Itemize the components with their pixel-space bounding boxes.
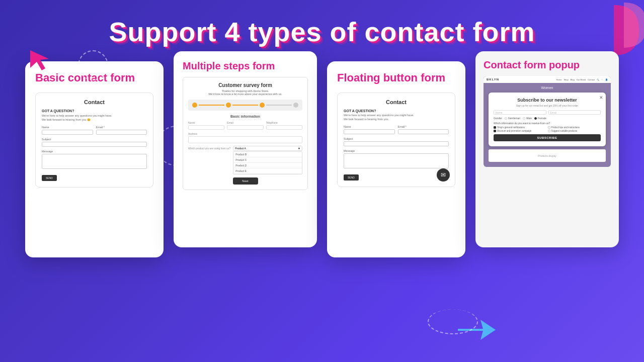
popup-radio-dot-female	[534, 117, 537, 120]
floating-subject-field: Subject	[344, 137, 449, 146]
nav-blog[interactable]: Blog	[571, 78, 575, 81]
popup-site-heading: Women	[487, 86, 608, 89]
floating-name-input[interactable]	[344, 129, 395, 134]
popup-gender-label: Gender	[494, 117, 502, 120]
basic-subject-input[interactable]	[42, 142, 147, 147]
floating-subject-label: Subject	[344, 137, 449, 140]
popup-radio-dot-gentleman	[505, 117, 507, 120]
popup-name-field: Name	[494, 110, 546, 115]
popup-nav-links: Home Shop Blog Our Brand Contact 🔍 ♡ 👤	[556, 78, 608, 81]
popup-modal-desc: Sign up for our email list and get 15% o…	[494, 104, 601, 107]
popup-radio-gentleman[interactable]: Gentleman	[505, 117, 520, 120]
basic-message-textarea[interactable]	[42, 154, 147, 169]
step-line-2	[232, 105, 258, 106]
step-4-dot	[293, 103, 298, 108]
survey-form-title: Customer survey form	[188, 82, 302, 88]
step-line-1	[199, 105, 224, 106]
popup-products-placeholder: Products display	[538, 154, 556, 157]
card-floating-title: Floating button form	[337, 71, 455, 84]
floating-email-label: Email *	[398, 125, 449, 128]
page-title-section: Support 4 types of contact form	[0, 0, 644, 47]
popup-checkbox-discount-label: Discount and promotion campaign	[497, 130, 531, 132]
survey-name-input[interactable]	[188, 125, 224, 130]
basic-email-field: Email *	[96, 126, 147, 135]
floating-form-preview: Contact GOT A QUESTION? We're here to he…	[337, 93, 455, 187]
nav-brand[interactable]: Our Brand	[577, 78, 586, 81]
popup-checkbox-product-tips[interactable]: Product tips and instructions	[548, 126, 601, 129]
basic-email-input[interactable]	[96, 130, 147, 135]
next-button[interactable]: Next	[233, 177, 258, 185]
floating-send-button[interactable]: SEND	[344, 174, 359, 180]
popup-close-button[interactable]: ✕	[599, 95, 603, 100]
popup-name-email-row: Name Email	[494, 110, 601, 115]
nav-wishlist-icon[interactable]: ♡	[601, 78, 603, 81]
survey-name-field: Name	[188, 121, 224, 130]
popup-checkbox-general-label: Shop's general notifications	[497, 126, 525, 129]
popup-checkbox-tips-box	[548, 126, 550, 129]
floating-message-textarea[interactable]	[344, 153, 449, 168]
popup-checkbox-suggest[interactable]: Suggest suitable products	[548, 130, 601, 132]
deco-circle-2	[156, 126, 196, 166]
nav-search-icon[interactable]: 🔍	[597, 78, 599, 81]
floating-section-desc: We're here to help answer any questions …	[344, 114, 449, 121]
product-c[interactable]: Product C	[233, 157, 302, 163]
survey-address-input[interactable]	[188, 136, 302, 143]
steps-progress-bar	[188, 100, 302, 111]
step-line-3	[266, 105, 292, 106]
basic-section-label: GOT A QUESTION?	[42, 109, 147, 113]
survey-address-field: Address	[188, 132, 302, 143]
popup-radio-female[interactable]: Female	[534, 117, 546, 120]
popup-site-products: Products display	[489, 149, 606, 162]
survey-form-desc: Thanks for shopping with Demo Store.We'd…	[188, 89, 302, 96]
popup-radio-dot-male	[523, 117, 525, 120]
nav-account-icon[interactable]: 👤	[605, 78, 608, 81]
basic-email-label: Email *	[96, 126, 147, 129]
survey-telephone-input[interactable]	[266, 125, 302, 130]
subscribe-button[interactable]: SUBSCRIBE	[494, 134, 601, 141]
popup-email-input[interactable]: Email	[548, 110, 601, 115]
survey-telephone-field: Telephone	[266, 121, 302, 130]
page-title: Support 4 types of contact form	[0, 16, 644, 47]
nav-shop[interactable]: Shop	[564, 78, 568, 81]
popup-checkbox-suggest-label: Suggest suitable products	[551, 130, 578, 132]
product-d[interactable]: Product D	[233, 163, 302, 168]
deco-circle-1	[78, 50, 108, 80]
step-3-dot	[260, 103, 265, 108]
deco-dashed-arc	[428, 309, 478, 334]
floating-message-field: Message	[344, 149, 449, 168]
popup-radio-female-label: Female	[538, 117, 546, 120]
svg-marker-0	[30, 50, 49, 70]
popup-radio-gentleman-label: Gentleman	[508, 117, 520, 120]
basic-contact-header: Contact	[42, 99, 147, 105]
popup-checkbox-grid: Shop's general notifications Product tip…	[494, 126, 601, 132]
product-list: Product B Product C Product D Product E	[233, 151, 302, 174]
floating-name-email-row: Name Email *	[344, 125, 449, 134]
product-selected: Product A	[235, 147, 246, 150]
nav-contact[interactable]: Contact	[588, 78, 595, 81]
product-e[interactable]: Product E	[233, 168, 302, 174]
popup-modal-title: Subscribe to our newsletter	[494, 98, 601, 103]
survey-email-field: Email	[227, 121, 263, 130]
product-dropdown[interactable]: Product A ▼	[233, 146, 302, 151]
survey-name-label: Name	[188, 121, 224, 124]
floating-subject-input[interactable]	[344, 141, 449, 146]
popup-website-nav: BKLYN Home Shop Blog Our Brand Contact 🔍…	[484, 76, 611, 83]
basic-form-preview: Contact GOT A QUESTION? We're here to he…	[35, 93, 153, 188]
floating-email-input[interactable]	[398, 129, 449, 134]
popup-checkbox-tips-label: Product tips and instructions	[551, 126, 580, 129]
nav-home[interactable]: Home	[556, 78, 562, 81]
card-basic-contact: Basic contact form Contact GOT A QUESTIO…	[25, 61, 164, 257]
basic-send-button[interactable]: SEND	[42, 175, 57, 181]
survey-name-email-row: Name Email Telephone	[188, 121, 302, 130]
basic-name-input[interactable]	[42, 130, 93, 135]
popup-name-input[interactable]: Name	[494, 110, 546, 115]
popup-website-bg: BKLYN Home Shop Blog Our Brand Contact 🔍…	[484, 76, 611, 167]
popup-gender-row: Gender Gentleman Male Female	[494, 117, 601, 120]
survey-email-input[interactable]	[227, 125, 263, 130]
popup-checkbox-discount[interactable]: Discount and promotion campaign	[494, 130, 547, 132]
product-b[interactable]: Product B	[233, 152, 302, 157]
popup-website-logo: BKLYN	[487, 78, 499, 81]
floating-name-label: Name	[344, 125, 395, 128]
popup-radio-male[interactable]: Male	[523, 117, 532, 120]
popup-checkbox-general[interactable]: Shop's general notifications	[494, 126, 547, 129]
